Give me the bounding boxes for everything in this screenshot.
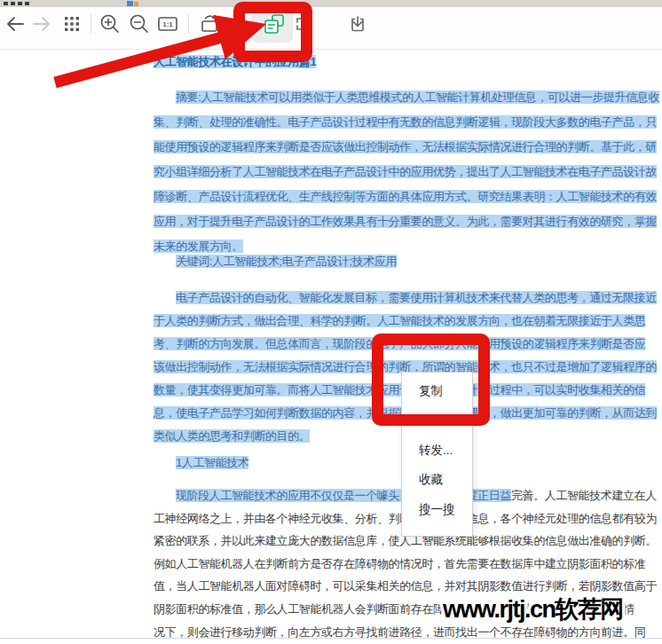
titlebar-icon	[11, 2, 15, 5]
app-icon	[127, 1, 133, 6]
text-line: 1人工智能技术	[154, 452, 248, 474]
zoom-in-icon	[96, 10, 124, 38]
menu-item-2[interactable]: 转发...	[402, 436, 472, 465]
back-icon	[1, 10, 29, 38]
text-line: 应用，对于提升电子产品设计的工作效果具有十分重要的意义。为此，需要对其进行有效的…	[154, 209, 659, 234]
zoom-out-button[interactable]	[125, 10, 154, 38]
text-line: 能使用预设的逻辑程序来判断是否应该做出控制动作，无法根据实际情况进行合理的判断。…	[154, 135, 659, 160]
text-line: 例如人工智能机器人在判断前方是否存在障碍物的情况时，首先需要在数据库中建立阴影面…	[154, 553, 657, 576]
app-icon	[134, 2, 138, 6]
zoom-in-button[interactable]	[96, 10, 124, 38]
annotation-box-menu	[372, 334, 490, 426]
one-to-one-label: 1:1	[154, 10, 182, 38]
menu-item-4[interactable]: 搜一搜	[402, 495, 472, 524]
abstract-paragraph: 摘要:人工智能技术可以用类似于人类思维模式的人工智能计算机处理信息，可以进一步提…	[154, 85, 659, 259]
titlebar-icon	[4, 2, 8, 5]
actual-size-button[interactable]: 1:1	[154, 10, 182, 38]
toolbar-divider	[91, 14, 91, 34]
forward-button[interactable]	[28, 10, 56, 38]
back-button[interactable]	[1, 10, 29, 38]
window-titlebar	[0, 0, 662, 7]
keywords-line: 关键词:人工智能技术;电子产品设计;技术应用	[154, 249, 397, 274]
text-line: 摘要:人工智能技术可以用类似于人类思维模式的人工智能计算机处理信息，可以进一步提…	[154, 85, 659, 110]
watermark-text: www.rjtj.cn软荐网	[443, 593, 623, 625]
text-line: 关键词:人工智能技术;电子产品设计;技术应用	[154, 249, 397, 274]
watermark: www.rjtj.cn软荐网 www.rjtj.cn软荐网	[443, 593, 662, 631]
text-line: 电子产品设计的自动化、智能化发展目标，需要使用计算机技术来代替人类的思考，通过无…	[154, 287, 657, 310]
page-bottom-divider	[0, 638, 662, 639]
thumbnail-grid-button[interactable]	[58, 10, 86, 38]
rotate-icon	[195, 10, 224, 38]
text-line: 障诊断、产品设计流程优化、生产线控制等方面的具体应用方式。研究结果表明：人工智能…	[154, 185, 659, 209]
rotate-button[interactable]	[195, 10, 224, 38]
toolbar-divider	[188, 14, 189, 34]
download-icon	[343, 10, 372, 38]
titlebar-icon	[18, 2, 22, 5]
download-button[interactable]	[343, 10, 372, 38]
menu-item-3[interactable]: 收藏	[402, 465, 472, 494]
zoom-out-icon	[125, 10, 154, 38]
text-line: 究小组详细分析了人工智能技术在电子产品设计中的应用优势，提出了人工智能技术在电子…	[154, 160, 659, 185]
annotation-box-toolbar	[233, 2, 312, 62]
titlebar-icon	[25, 2, 29, 5]
grid-view-icon	[58, 10, 86, 38]
forward-icon	[28, 10, 56, 38]
text-line: 于人类的判断方式，做出合理、科学的判断。人工智能技术的发展方向，也在朝着无限接近…	[154, 310, 657, 333]
text-line: 集、判断、处理的准确性。电子产品设计过程中有无数的信息判断逻辑，现阶段大多数的电…	[154, 110, 659, 135]
viewer-toolbar: 1:1	[0, 7, 662, 50]
section-heading: 1人工智能技术	[154, 452, 248, 474]
